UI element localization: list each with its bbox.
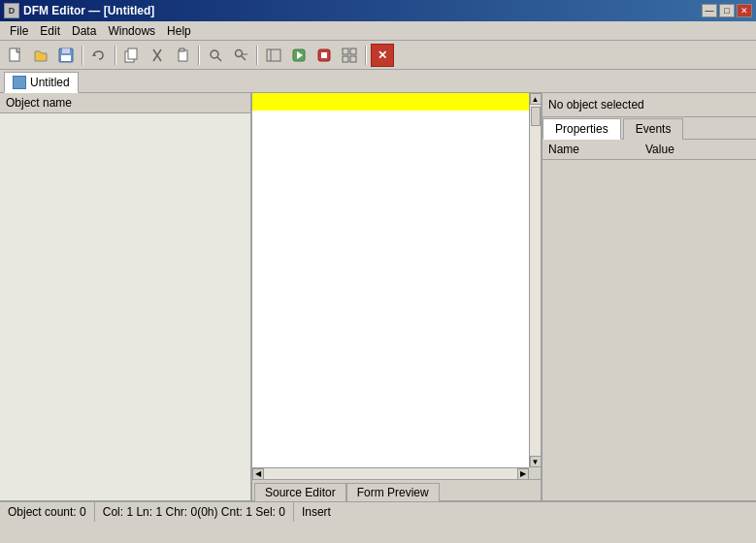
editor-panel: ▲ ▼ ◀ ▶ Source Editor Form Preview [252, 93, 542, 500]
scroll-track-v[interactable] [530, 105, 541, 456]
svg-rect-24 [343, 56, 348, 62]
cut-button[interactable] [146, 44, 169, 67]
props-content [542, 160, 756, 500]
svg-rect-3 [61, 55, 71, 61]
no-object-header: No object selected [542, 93, 756, 117]
svg-line-12 [217, 57, 221, 61]
title-bar: D DFM Editor — [Untitled] — □ ✕ [0, 0, 756, 21]
vertical-scrollbar[interactable]: ▲ ▼ [529, 93, 541, 467]
toolbar: ✕ [0, 41, 756, 70]
scroll-left-arrow[interactable]: ◀ [252, 468, 264, 480]
svg-point-11 [211, 50, 218, 58]
svg-rect-23 [350, 48, 356, 54]
scroll-thumb-v[interactable] [531, 107, 541, 126]
find2-button[interactable] [229, 44, 252, 67]
props-header-row: Name Value [542, 140, 756, 160]
editor-white-area[interactable] [252, 111, 529, 467]
untitled-tab[interactable]: Untitled [4, 72, 79, 93]
menu-edit[interactable]: Edit [34, 22, 66, 40]
horizontal-scrollbar[interactable]: ◀ ▶ [252, 467, 529, 479]
svg-rect-2 [62, 48, 70, 53]
exit-button[interactable]: ✕ [371, 44, 394, 67]
menu-windows[interactable]: Windows [102, 22, 161, 40]
svg-rect-21 [321, 52, 327, 58]
tab-icon [13, 76, 26, 89]
title-bar-text: DFM Editor — [Untitled] [23, 4, 154, 17]
properties-tab[interactable]: Properties [542, 118, 621, 140]
save-button[interactable] [54, 44, 78, 67]
minimize-button[interactable]: — [702, 4, 717, 17]
status-mode: Insert [294, 502, 339, 522]
object-panel-header: Object name [0, 93, 250, 113]
layout-button[interactable] [338, 44, 361, 67]
tab-bar: Untitled [0, 70, 756, 93]
svg-line-14 [242, 56, 246, 60]
find-button[interactable] [204, 44, 227, 67]
svg-rect-25 [350, 56, 356, 62]
scroll-up-arrow[interactable]: ▲ [530, 93, 542, 105]
menu-bar: File Edit Data Windows Help [0, 21, 756, 41]
menu-file[interactable]: File [4, 22, 34, 40]
svg-rect-10 [180, 48, 184, 51]
tab-label: Untitled [30, 76, 70, 89]
props-value-header: Value [645, 143, 750, 156]
maximize-button[interactable]: □ [719, 4, 735, 17]
undo-button[interactable] [87, 44, 111, 67]
view-button[interactable] [262, 44, 285, 67]
toolbar-sep-4 [256, 46, 258, 65]
toolbar-sep-3 [198, 46, 200, 65]
stop-button[interactable] [312, 44, 336, 67]
svg-rect-6 [128, 48, 137, 59]
properties-panel: No object selected Properties Events Nam… [542, 93, 756, 500]
editor-content[interactable]: ▲ ▼ ◀ ▶ [252, 93, 541, 479]
props-name-header: Name [548, 143, 645, 156]
new-button[interactable] [4, 44, 27, 67]
status-object-count: Object count: 0 [0, 502, 95, 522]
editor-tabs: Source Editor Form Preview [252, 479, 541, 500]
menu-help[interactable]: Help [161, 22, 197, 40]
copy2-button[interactable] [120, 44, 144, 67]
source-editor-tab[interactable]: Source Editor [254, 483, 346, 501]
object-panel: Object name [0, 93, 252, 500]
svg-point-13 [236, 49, 243, 56]
svg-rect-16 [267, 49, 280, 61]
toolbar-sep-5 [365, 46, 367, 65]
open-button[interactable] [29, 44, 52, 67]
scroll-track-h[interactable] [264, 468, 517, 479]
paste-button[interactable] [171, 44, 194, 67]
object-tree[interactable] [0, 113, 250, 500]
events-tab[interactable]: Events [623, 118, 684, 140]
toolbar-sep-2 [115, 46, 116, 65]
title-bar-left: D DFM Editor — [Untitled] [4, 3, 154, 18]
app-icon: D [4, 3, 19, 18]
run-button[interactable] [287, 44, 311, 67]
svg-rect-22 [343, 48, 348, 54]
status-bar: Object count: 0 Col: 1 Ln: 1 Chr: 0(0h) … [0, 500, 756, 522]
close-button[interactable]: ✕ [737, 4, 752, 17]
scroll-down-arrow[interactable]: ▼ [530, 456, 542, 467]
status-col: Col: 1 Ln: 1 Chr: 0(0h) Cnt: 1 Sel: 0 [95, 502, 294, 522]
menu-data[interactable]: Data [66, 22, 102, 40]
editor-yellow-header [252, 93, 541, 111]
toolbar-sep-1 [82, 46, 83, 65]
scroll-right-arrow[interactable]: ▶ [517, 468, 529, 480]
properties-tabs: Properties Events [542, 117, 756, 140]
form-preview-tab[interactable]: Form Preview [346, 483, 440, 501]
svg-rect-9 [179, 50, 187, 61]
title-bar-controls: — □ ✕ [702, 4, 752, 17]
main-area: Object name ▲ ▼ ◀ ▶ Source Editor [0, 93, 756, 500]
